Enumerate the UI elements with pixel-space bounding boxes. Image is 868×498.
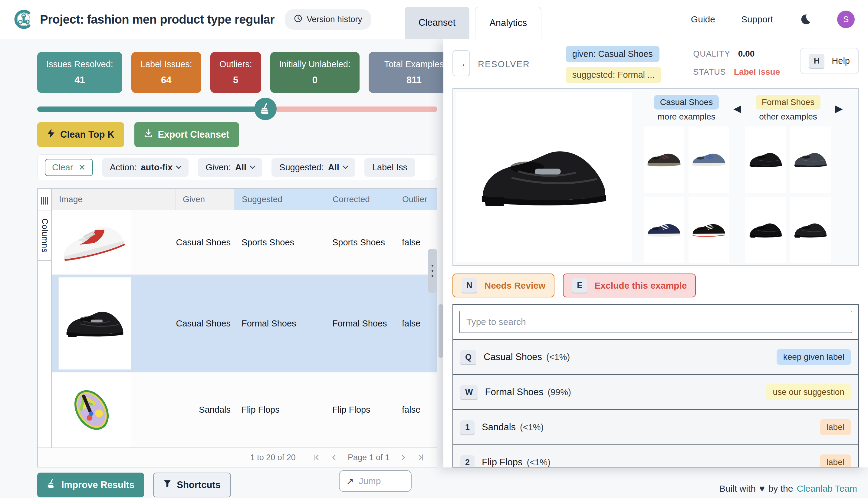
shortcuts-button[interactable]: Shortcuts — [153, 473, 231, 497]
chip-label: Action: — [110, 162, 137, 172]
option-label: Sandals — [482, 422, 516, 433]
improve-results-button[interactable]: Improve Results — [37, 473, 144, 497]
example-image — [688, 127, 729, 193]
previous-page-icon[interactable] — [330, 454, 338, 461]
dark-mode-toggle[interactable] — [799, 13, 811, 25]
progress-broom-marker[interactable] — [254, 98, 277, 120]
clear-filters-button[interactable]: Clear ✕ — [45, 159, 93, 176]
option-key-badge: W — [460, 385, 478, 399]
table-scrollbar[interactable] — [439, 304, 443, 358]
filter-chip-suggested[interactable]: Suggested: All — [271, 158, 355, 177]
cell-outlier: false — [395, 405, 437, 415]
quality-status: QUALITY0.00 STATUSLabel issue — [693, 49, 780, 77]
table-row[interactable]: Sandals Flip Flops Flip Flops false — [52, 372, 437, 447]
label-option-sandals[interactable]: 1 Sandals (<1%) label — [453, 410, 858, 445]
jump-input[interactable] — [359, 476, 401, 486]
filter-bar: Clear ✕ Action: auto-fix Given: All Sugg… — [37, 154, 437, 180]
option-percent: (<1%) — [520, 422, 544, 432]
footer-text: Built with — [720, 484, 756, 494]
tab-cleanset[interactable]: Cleanset — [405, 6, 469, 39]
stat-value: 0 — [279, 75, 350, 86]
row-image-cell — [52, 210, 175, 274]
option-percent: (<1%) — [546, 352, 570, 362]
pagination-range: 1 to 20 of 20 — [250, 453, 296, 462]
stat-label: Issues Resolved: — [46, 59, 113, 69]
last-page-icon[interactable] — [417, 454, 425, 461]
nav-guide[interactable]: Guide — [691, 14, 715, 25]
example-image — [644, 197, 684, 263]
example-image — [746, 127, 786, 193]
next-page-icon[interactable] — [399, 454, 407, 461]
label-search-wrap — [453, 305, 858, 340]
pagination-page: Page 1 of 1 — [348, 453, 389, 462]
given-label-pill: given: Casual Shoes — [566, 46, 660, 62]
column-header-suggested[interactable]: Suggested — [234, 189, 325, 210]
user-avatar[interactable]: S — [837, 11, 855, 28]
needs-review-button[interactable]: N Needs Review — [452, 274, 555, 298]
cell-corrected: Sports Shoes — [325, 237, 395, 248]
label-option-flip-flops[interactable]: 2 Flip Flops (<1%) label — [453, 445, 858, 468]
version-history-label: Version history — [307, 14, 362, 24]
collapse-panel-button[interactable]: → — [452, 50, 470, 76]
version-history-button[interactable]: Version history — [285, 9, 371, 30]
examples-headers: Casual Shoes more examples ◀ Formal Shoe… — [644, 93, 855, 124]
stat-value: 811 — [378, 75, 450, 86]
stat-outliers: Outliers: 5 — [210, 52, 261, 93]
quality-value: 0.00 — [738, 49, 755, 59]
stat-issues-resolved: Issues Resolved: 41 — [37, 52, 122, 93]
label-pills: given: Casual Shoes suggested: Formal ..… — [566, 46, 661, 83]
cell-suggested: Flip Flops — [234, 405, 325, 415]
table-grid: Image Given Suggested Corrected Outlier … — [52, 189, 437, 447]
label-tag[interactable]: label — [820, 419, 851, 435]
table-row-selected[interactable]: Casual Shoes Formal Shoes Formal Shoes f… — [52, 274, 437, 372]
column-header-given[interactable]: Given — [175, 189, 234, 210]
first-page-icon[interactable] — [313, 454, 321, 461]
casual-group-header: Casual Shoes more examples — [644, 95, 729, 122]
label-tag[interactable]: label — [820, 455, 851, 468]
label-option-casual-shoes[interactable]: Q Casual Shoes (<1%) keep given label — [453, 340, 858, 375]
export-cleanset-button[interactable]: Export Cleanset — [134, 122, 239, 147]
help-button[interactable]: H Help — [800, 48, 859, 74]
needs-review-label: Needs Review — [484, 280, 546, 291]
heart-icon: ♥ — [759, 484, 765, 494]
cell-outlier: false — [395, 318, 437, 329]
label-option-formal-shoes[interactable]: W Formal Shoes (99%) use our suggestion — [453, 375, 858, 410]
label-search-input[interactable] — [459, 311, 852, 333]
table-row[interactable]: Casual Shoes Sports Shoes Sports Shoes f… — [52, 210, 437, 274]
resolver-header: → RESOLVER given: Casual Shoes suggested… — [443, 39, 868, 85]
jump-arrow-icon: ↗ — [346, 476, 354, 486]
other-examples-caption: other examples — [759, 112, 817, 122]
next-class-arrow[interactable]: ▶ — [831, 103, 847, 114]
panel-resize-handle[interactable] — [428, 249, 437, 293]
keep-given-label-tag[interactable]: keep given label — [777, 349, 851, 365]
filter-chip-action[interactable]: Action: auto-fix — [102, 158, 189, 177]
app-header: Project: fashion men product type regula… — [0, 0, 868, 39]
examples-frame: Casual Shoes more examples ◀ Formal Shoe… — [452, 88, 859, 266]
previous-class-arrow[interactable]: ◀ — [729, 103, 746, 114]
broom-icon — [47, 479, 56, 492]
stat-value: 64 — [140, 75, 192, 86]
status-value: Label issue — [734, 67, 780, 77]
export-cleanset-label: Export Cleanset — [158, 129, 230, 140]
footer-text: by the — [768, 484, 793, 494]
improve-results-label: Improve Results — [62, 480, 134, 490]
nav-support[interactable]: Support — [741, 14, 773, 25]
column-header-image[interactable]: Image — [52, 189, 175, 210]
columns-rail[interactable]: Columns — [38, 189, 52, 447]
cleanlab-team-link[interactable]: Cleanlab Team — [796, 484, 857, 494]
use-suggestion-tag[interactable]: use our suggestion — [766, 384, 851, 400]
option-key-badge: 1 — [460, 420, 475, 434]
examples-gallery: Casual Shoes more examples ◀ Formal Shoe… — [632, 92, 855, 262]
exclude-example-button[interactable]: E Exclude this example — [563, 274, 696, 298]
column-header-corrected[interactable]: Corrected — [325, 189, 395, 210]
tab-analytics[interactable]: Analytics — [475, 6, 542, 39]
cell-corrected: Flip Flops — [325, 405, 395, 415]
cleanset-table: Columns Image Given Suggested Corrected … — [37, 188, 437, 468]
stat-initially-unlabeled: Initially Unlabeled: 0 — [270, 52, 360, 93]
column-header-outlier[interactable]: Outlier — [395, 189, 437, 210]
option-label: Casual Shoes — [484, 352, 542, 363]
filter-chip-label-issue[interactable]: Label Iss — [364, 158, 415, 177]
filter-chip-given[interactable]: Given: All — [198, 158, 262, 177]
clean-top-k-button[interactable]: Clean Top K — [37, 122, 124, 147]
stat-value: 5 — [219, 75, 252, 86]
